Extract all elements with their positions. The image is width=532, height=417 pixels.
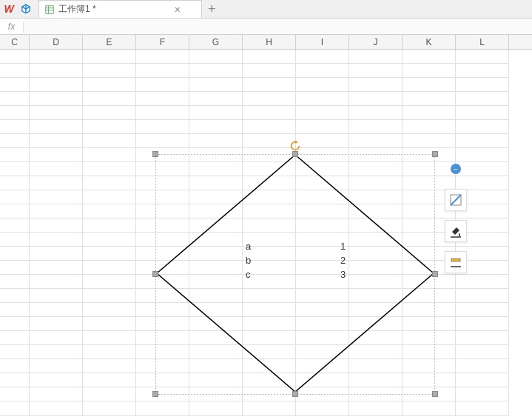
cell[interactable] — [30, 317, 83, 331]
formula-input[interactable] — [24, 19, 532, 34]
cell[interactable] — [30, 373, 83, 387]
cell[interactable] — [456, 387, 509, 401]
cell[interactable] — [136, 416, 189, 416]
col-header-K[interactable]: K — [403, 35, 456, 49]
cell[interactable] — [30, 148, 83, 162]
cell[interactable] — [296, 401, 349, 416]
cell[interactable] — [30, 387, 83, 401]
cell[interactable] — [83, 401, 136, 416]
col-header-J[interactable]: J — [349, 35, 403, 49]
cell[interactable] — [243, 416, 296, 416]
cell[interactable] — [30, 261, 83, 275]
cell[interactable] — [456, 120, 509, 134]
col-header-L[interactable]: L — [456, 35, 509, 49]
cell[interactable] — [30, 120, 83, 134]
cell[interactable] — [136, 64, 189, 78]
cell[interactable] — [30, 78, 83, 92]
cell[interactable] — [30, 247, 83, 261]
cell[interactable] — [83, 275, 136, 289]
cell[interactable] — [349, 134, 403, 148]
cell[interactable] — [456, 416, 509, 416]
cell[interactable] — [296, 64, 349, 78]
cell[interactable] — [0, 317, 30, 331]
cell[interactable] — [0, 247, 30, 261]
cell[interactable] — [83, 331, 136, 345]
cell[interactable] — [403, 416, 456, 416]
cell[interactable] — [0, 120, 30, 134]
cell[interactable] — [83, 148, 136, 162]
cell[interactable] — [83, 317, 136, 331]
cell[interactable] — [296, 92, 349, 106]
cell[interactable] — [0, 416, 30, 416]
cell[interactable] — [30, 416, 83, 416]
cell[interactable] — [0, 218, 30, 233]
cell[interactable] — [0, 303, 30, 317]
cell[interactable] — [83, 345, 136, 359]
cell[interactable] — [243, 92, 296, 106]
cell[interactable] — [189, 78, 243, 92]
rotate-handle[interactable] — [289, 140, 301, 152]
cell[interactable] — [0, 331, 30, 345]
resize-handle-ne[interactable] — [432, 151, 438, 157]
cell[interactable] — [403, 120, 456, 134]
cell[interactable] — [0, 162, 30, 176]
cube-icon[interactable] — [21, 4, 31, 14]
cell[interactable] — [189, 120, 243, 134]
cell[interactable] — [456, 275, 509, 289]
spreadsheet-grid[interactable]: a b c 1 2 3 − — [0, 50, 532, 416]
cell[interactable] — [0, 359, 30, 373]
cell[interactable] — [30, 303, 83, 317]
cell[interactable] — [30, 275, 83, 289]
cell[interactable] — [83, 204, 136, 218]
cell[interactable] — [456, 148, 509, 162]
cell[interactable] — [243, 401, 296, 416]
workbook-tab[interactable]: 工作簿1 * × — [38, 0, 202, 18]
cell[interactable] — [349, 416, 403, 416]
cell[interactable] — [456, 401, 509, 416]
shape-fill-button[interactable] — [445, 220, 467, 242]
cell[interactable] — [30, 176, 83, 190]
cell[interactable] — [189, 106, 243, 120]
cell[interactable] — [30, 92, 83, 106]
cell[interactable] — [136, 120, 189, 134]
cell[interactable] — [456, 359, 509, 373]
cell[interactable] — [243, 134, 296, 148]
cell[interactable] — [403, 134, 456, 148]
cell[interactable] — [456, 373, 509, 387]
cell[interactable] — [0, 148, 30, 162]
cell[interactable] — [0, 78, 30, 92]
cell[interactable] — [0, 92, 30, 106]
cell[interactable] — [349, 50, 403, 64]
cell[interactable] — [349, 92, 403, 106]
cell[interactable] — [296, 416, 349, 416]
cell[interactable] — [296, 106, 349, 120]
col-header-F[interactable]: F — [136, 35, 189, 49]
cell[interactable] — [83, 289, 136, 303]
cell[interactable] — [349, 78, 403, 92]
diamond-shape-selection[interactable] — [155, 152, 435, 396]
tab-close-button[interactable]: × — [101, 4, 195, 16]
resize-handle-n[interactable] — [292, 151, 298, 157]
cell[interactable] — [83, 106, 136, 120]
cell[interactable] — [456, 303, 509, 317]
cell[interactable] — [30, 233, 83, 247]
cell[interactable] — [0, 176, 30, 190]
cell[interactable] — [349, 120, 403, 134]
col-header-H[interactable]: H — [243, 35, 296, 49]
cell[interactable] — [136, 401, 189, 416]
cell[interactable] — [83, 64, 136, 78]
cell[interactable] — [403, 401, 456, 416]
col-header-C[interactable]: C — [0, 35, 30, 49]
cell[interactable] — [189, 92, 243, 106]
cell[interactable] — [83, 373, 136, 387]
cell[interactable] — [403, 78, 456, 92]
cell[interactable] — [30, 162, 83, 176]
cell[interactable] — [83, 303, 136, 317]
cell[interactable] — [456, 317, 509, 331]
resize-handle-sw[interactable] — [152, 391, 158, 397]
resize-handle-nw[interactable] — [152, 151, 158, 157]
cell[interactable] — [136, 50, 189, 64]
cell[interactable] — [0, 106, 30, 120]
cell[interactable] — [456, 92, 509, 106]
cell[interactable] — [349, 64, 403, 78]
